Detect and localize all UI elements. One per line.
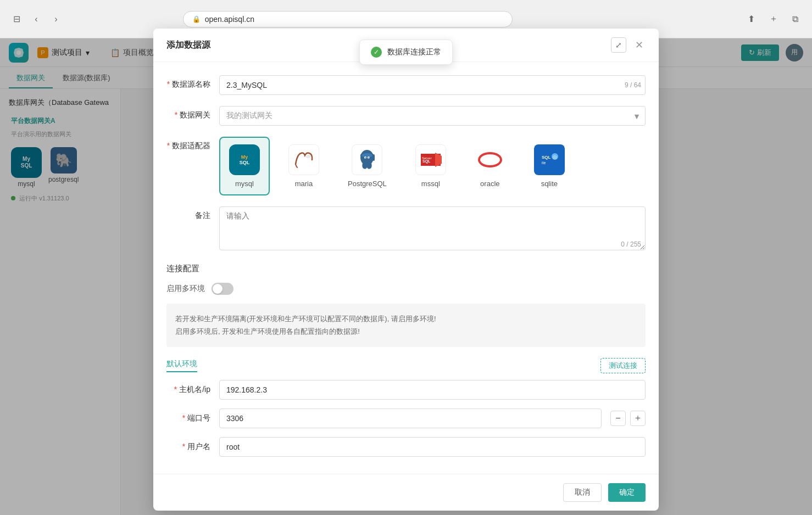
env-header: 默认环境 测试连接 [166, 358, 646, 373]
host-input[interactable] [219, 380, 646, 400]
multi-env-toggle[interactable] [212, 283, 233, 295]
address-bar[interactable]: 🔒 open.apisql.cn [183, 11, 513, 27]
datasource-name-control: 9 / 64 [219, 75, 646, 95]
multi-env-row: 启用多环境 [166, 283, 646, 295]
connection-section-title: 连接配置 [166, 264, 646, 274]
env-label: 默认环境 [166, 359, 197, 372]
back-btn[interactable]: ‹ [29, 12, 44, 27]
adapter-postgresql[interactable]: PostgreSQL [338, 137, 397, 195]
modal-title: 添加数据源 [166, 40, 210, 51]
gateway-control: 我的测试网关 ▾ [219, 106, 646, 126]
host-field: 主机名/ip [166, 380, 646, 400]
modal-wrapper: 添加数据源 ⤢ ✕ 数据源名称 9 / 64 数据网关 我的 [153, 29, 659, 511]
confirm-button[interactable]: 确定 [608, 483, 646, 502]
modal-close-btn[interactable]: ✕ [633, 38, 646, 52]
oracle-adapter-icon [475, 144, 505, 175]
share-btn[interactable]: ⬆ [744, 12, 759, 27]
port-decrement-btn[interactable]: − [610, 411, 626, 426]
oracle-adapter-label: oracle [480, 180, 499, 188]
modal-footer: 取消 确定 [153, 474, 659, 511]
datasource-name-row: 数据源名称 9 / 64 [166, 75, 646, 95]
info-line1: 若开发和生产环境隔离(开发环境和生产环境可以配置不同的数据库), 请启用多环境! [175, 312, 637, 325]
cancel-button[interactable]: 取消 [563, 483, 602, 502]
adapter-oracle[interactable]: oracle [465, 137, 515, 195]
adapter-mssql[interactable]: SQL Server mssql [405, 137, 456, 195]
svg-point-4 [361, 153, 372, 158]
mysql-adapter-label: mysql [235, 180, 254, 188]
success-toast: ✓ 数据库连接正常 [359, 40, 453, 65]
svg-rect-5 [372, 154, 375, 161]
sqlite-adapter-icon: SQL ite ◎ [534, 144, 565, 175]
adapter-row: 数据适配器 My SQL mysql [166, 137, 646, 195]
browser-actions: ⬆ ＋ ⧉ [744, 12, 803, 27]
svg-point-9 [369, 158, 370, 159]
svg-point-8 [365, 158, 366, 159]
add-datasource-modal: 添加数据源 ⤢ ✕ 数据源名称 9 / 64 数据网关 我的 [153, 29, 659, 511]
modal-expand-btn[interactable]: ⤢ [611, 37, 626, 53]
sidebar-toggle-btn[interactable]: ⊟ [9, 12, 24, 27]
toast-icon: ✓ [371, 47, 382, 58]
lock-icon: 🔒 [192, 15, 201, 23]
info-line2: 启用多环境后, 开发和生产环境使用各自配置指向的数据源! [175, 325, 637, 338]
url-text: open.apisql.cn [205, 15, 254, 24]
connection-section: 连接配置 启用多环境 若开发和生产环境隔离(开发环境和生产环境可以配置不同的数据… [166, 264, 646, 457]
svg-text:SQL: SQL [422, 159, 431, 164]
notes-row: 备注 0 / 255 [166, 206, 646, 253]
mssql-adapter-icon: SQL Server [415, 144, 446, 175]
port-label: 端口号 [166, 413, 210, 423]
toast-text: 数据库连接正常 [387, 47, 441, 57]
host-label: 主机名/ip [166, 385, 210, 395]
user-field: 用户名 [166, 437, 646, 457]
mssql-adapter-label: mssql [421, 180, 440, 188]
modal-header-actions: ⤢ ✕ [611, 37, 646, 53]
postgresql-adapter-label: PostgreSQL [348, 180, 387, 188]
adapter-control: My SQL mysql [219, 137, 646, 195]
mariadb-adapter-icon [288, 144, 319, 175]
forward-btn[interactable]: › [48, 12, 64, 27]
adapter-grid: My SQL mysql [219, 137, 646, 195]
info-box: 若开发和生产环境隔离(开发环境和生产环境可以配置不同的数据库), 请启用多环境!… [166, 304, 646, 347]
notes-input[interactable] [219, 206, 646, 250]
notes-label: 备注 [166, 206, 210, 221]
maria-adapter-label: maria [295, 180, 313, 188]
datasource-name-input[interactable] [219, 75, 646, 95]
gateway-dropdown-icon: ▾ [635, 111, 639, 121]
svg-text:◎: ◎ [553, 154, 557, 160]
gateway-row: 数据网关 我的测试网关 ▾ [166, 106, 646, 126]
user-label: 用户名 [166, 442, 210, 452]
gateway-label: 数据网关 [166, 106, 210, 120]
user-input[interactable] [219, 437, 646, 457]
port-controls: − ＋ [610, 411, 646, 426]
adapter-sqlite[interactable]: SQL ite ◎ sqlite [524, 137, 575, 195]
port-increment-btn[interactable]: ＋ [630, 411, 646, 426]
sqlite-adapter-label: sqlite [541, 180, 558, 188]
postgresql-adapter-icon [352, 144, 382, 175]
gateway-select[interactable]: 我的测试网关 [219, 106, 646, 126]
adapter-label: 数据适配器 [166, 137, 210, 151]
multi-env-label: 启用多环境 [166, 284, 205, 294]
svg-text:SQL: SQL [542, 155, 551, 160]
notes-count: 0 / 255 [621, 240, 641, 248]
port-field: 端口号 − ＋ [166, 408, 646, 428]
modal-body: 数据源名称 9 / 64 数据网关 我的测试网关 ▾ 数据适配器 [153, 62, 659, 474]
browser-controls: ⊟ ‹ › [9, 12, 64, 27]
svg-text:ite: ite [542, 161, 546, 165]
new-tab-btn[interactable]: ＋ [766, 12, 781, 27]
test-connection-btn[interactable]: 测试连接 [600, 358, 646, 373]
duplicate-btn[interactable]: ⧉ [788, 12, 803, 27]
datasource-name-label: 数据源名称 [166, 75, 210, 89]
adapter-mysql[interactable]: My SQL mysql [219, 137, 270, 195]
notes-control: 0 / 255 [219, 206, 646, 253]
datasource-name-count: 9 / 64 [625, 81, 641, 89]
mysql-adapter-icon: My SQL [229, 144, 260, 175]
adapter-maria[interactable]: maria [279, 137, 329, 195]
svg-text:Server: Server [422, 156, 432, 160]
port-input[interactable] [219, 408, 602, 428]
svg-point-1 [306, 155, 310, 158]
